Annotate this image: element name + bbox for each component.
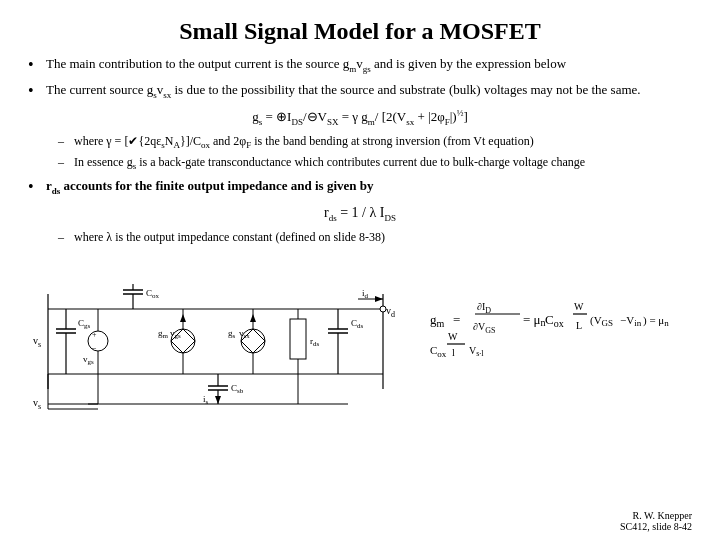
svg-text:) = μn: ) = μn — [643, 314, 669, 328]
svg-marker-59 — [215, 396, 221, 404]
svg-text:gm: gm — [158, 328, 169, 340]
dash-item-3: – where λ is the output impedance consta… — [58, 229, 692, 246]
svg-point-9 — [88, 331, 108, 351]
svg-marker-24 — [180, 314, 186, 322]
svg-text:Cox: Cox — [430, 344, 447, 359]
footer: R. W. Knepper SC412, slide 8-42 — [620, 510, 692, 532]
svg-text:Csb: Csb — [231, 383, 244, 395]
dash-1-text: where γ = [✔{2qεsNA}]/Cox and 2φF is the… — [74, 133, 534, 152]
bullet-3: • rds accounts for the finite output imp… — [28, 177, 692, 198]
bullet-1: • The main contribution to the output cu… — [28, 55, 692, 76]
dash-3-text: where λ is the output impedance constant… — [74, 229, 385, 246]
svg-rect-35 — [290, 319, 306, 359]
gm-formula: gm = ∂ID ∂VGS = μn Cox W L (VGS −Vin ) =… — [408, 254, 692, 364]
dash-2-text: In essence gs is a back-gate transconduc… — [74, 154, 585, 173]
svg-point-45 — [380, 306, 386, 312]
svg-text:Cox: Cox — [146, 288, 160, 300]
svg-text:rds: rds — [310, 336, 320, 348]
bullet-2: • The current source gsvsx is due to the… — [28, 81, 692, 102]
svg-text:= μn: = μn — [523, 312, 546, 328]
svg-text:W: W — [448, 331, 458, 342]
bullet-dot-1: • — [28, 55, 46, 76]
svg-text:∂VGS: ∂VGS — [473, 321, 495, 335]
svg-text:∂ID: ∂ID — [477, 301, 491, 315]
bullet-dot-2: • — [28, 81, 46, 102]
dash-item-1: – where γ = [✔{2qεsNA}]/Cox and 2φF is t… — [58, 133, 692, 152]
svg-text:+: + — [92, 330, 97, 339]
circuit-diagram: vs Cgs + – vgs Cox — [28, 254, 408, 418]
page-title: Small Signal Model for a MOSFET — [28, 18, 692, 45]
svg-text:Cgs: Cgs — [78, 318, 91, 330]
gs-equation: gs = ⊕IDS/⊖VSX = γ gm/ [2(Vsx + |2φF|)½] — [28, 107, 692, 129]
svg-text:L: L — [576, 320, 582, 331]
dash-item-2: – In essence gs is a back-gate transcond… — [58, 154, 692, 173]
svg-text:Cox: Cox — [545, 312, 564, 329]
svg-text:=: = — [453, 312, 460, 327]
footer-course: SC412, slide 8-42 — [620, 521, 692, 532]
svg-marker-31 — [250, 314, 256, 322]
svg-text:Vs·l: Vs·l — [469, 345, 484, 358]
bullet-dot-3: • — [28, 177, 46, 198]
svg-text:(VGS: (VGS — [590, 314, 613, 328]
bullet-2-text: The current source gsvsx is due to the p… — [46, 81, 692, 102]
footer-author: R. W. Knepper — [620, 510, 692, 521]
circuit-area: vs Cgs + – vgs Cox — [28, 254, 692, 418]
svg-text:gs: gs — [228, 328, 236, 340]
svg-marker-47 — [375, 296, 383, 302]
svg-text:vgs: vgs — [83, 354, 94, 366]
svg-text:vs: vs — [33, 335, 41, 349]
svg-text:vd: vd — [386, 305, 395, 319]
svg-text:vs: vs — [33, 397, 41, 411]
svg-text:Cds: Cds — [351, 318, 364, 330]
svg-text:−Vin: −Vin — [620, 314, 642, 328]
svg-text:l: l — [452, 347, 455, 358]
rds-equation: rds = 1 / λ IDS — [28, 203, 692, 225]
svg-text:gm: gm — [430, 312, 445, 329]
bullet-1-text: The main contribution to the output curr… — [46, 55, 692, 76]
svg-text:id: id — [362, 288, 369, 300]
bullet-3-text: rds accounts for the finite output imped… — [46, 177, 692, 198]
svg-text:W: W — [574, 301, 584, 312]
